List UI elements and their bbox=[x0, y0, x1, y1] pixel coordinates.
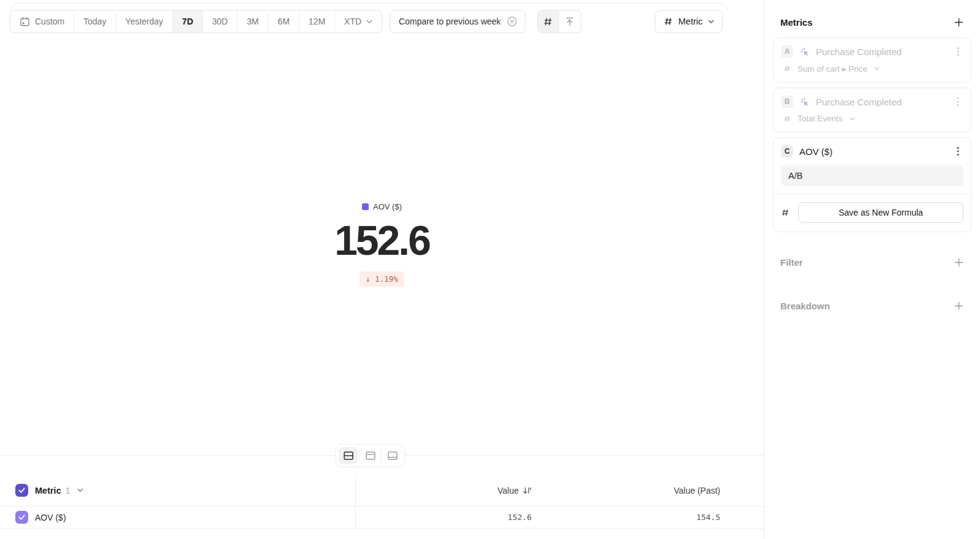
metric-measure-label: Total Events bbox=[797, 114, 843, 123]
metric-card-b: B Purchase Completed bbox=[773, 88, 971, 132]
main-area: Custom Today Yesterday 7D 30D 3M 6M 12M … bbox=[0, 0, 764, 539]
compare-chip-label: Compare to previous week bbox=[399, 17, 501, 26]
date-range-custom[interactable]: Custom bbox=[10, 10, 74, 32]
chevron-down-icon bbox=[874, 67, 880, 70]
insights-app: Custom Today Yesterday 7D 30D 3M 6M 12M … bbox=[0, 0, 980, 539]
metric-card-header: A Purchase Completed bbox=[781, 45, 963, 58]
legend-swatch bbox=[362, 203, 369, 210]
value-past-column-header[interactable]: Value (Past) bbox=[674, 486, 720, 496]
metric-type-button[interactable]: Metric bbox=[655, 10, 723, 33]
add-metric-button[interactable] bbox=[953, 17, 964, 28]
viz-number-button[interactable] bbox=[538, 10, 559, 32]
row-metric-name: AOV ($) bbox=[35, 513, 66, 522]
metric-type-label: Metric bbox=[679, 17, 703, 26]
kebab-icon bbox=[957, 146, 959, 156]
metric-count: 1 bbox=[66, 486, 70, 496]
metric-options-button[interactable] bbox=[952, 46, 963, 57]
date-range-yesterday[interactable]: Yesterday bbox=[116, 10, 173, 32]
chevron-down-icon bbox=[366, 20, 372, 24]
metric-event-name[interactable]: Purchase Completed bbox=[816, 97, 946, 107]
value-column-label: Value bbox=[497, 486, 519, 496]
row-value: 152.6 bbox=[508, 513, 532, 522]
metric-event-name[interactable]: Purchase Completed bbox=[816, 47, 946, 57]
formula-footer: Save as New Formula bbox=[774, 194, 971, 223]
viz-top-events-button[interactable] bbox=[559, 10, 581, 32]
layout-split-button[interactable] bbox=[339, 447, 358, 464]
date-range-30d[interactable]: 30D bbox=[203, 10, 238, 32]
kebab-icon bbox=[957, 47, 959, 56]
divider bbox=[359, 450, 360, 462]
add-filter-button[interactable] bbox=[953, 257, 964, 268]
metric-measure-label: Sum of cart ▸ Price bbox=[797, 64, 867, 74]
value-past-column-label: Value (Past) bbox=[674, 486, 720, 496]
filter-section-header: Filter bbox=[773, 257, 971, 268]
metrics-section-header: Metrics bbox=[773, 17, 971, 28]
breakdown-section-title: Breakdown bbox=[780, 301, 830, 311]
plus-icon bbox=[954, 258, 963, 267]
filter-section-title: Filter bbox=[780, 257, 803, 268]
row-checkbox[interactable] bbox=[15, 511, 28, 524]
query-builder-panel: Metrics A Purchase Completed bbox=[764, 0, 980, 539]
layout-split-icon bbox=[343, 450, 354, 461]
hash-icon bbox=[783, 65, 791, 72]
event-icon bbox=[799, 47, 810, 57]
arrow-to-top-icon bbox=[564, 16, 575, 27]
date-range-12m[interactable]: 12M bbox=[300, 10, 335, 32]
change-badge: ↓ 1.19% bbox=[360, 271, 404, 287]
metric-header-cell[interactable]: Metric 1 bbox=[15, 484, 354, 497]
big-number-chart: AOV ($) 152.6 ↓ 1.19% bbox=[0, 34, 764, 455]
divider bbox=[381, 450, 382, 462]
date-range-control: Custom Today Yesterday 7D 30D 3M 6M 12M … bbox=[10, 10, 382, 33]
table-header-row: Metric 1 Value Value (Pas bbox=[0, 475, 764, 507]
metric-options-button[interactable] bbox=[952, 96, 963, 107]
calendar-icon bbox=[20, 17, 30, 27]
chevron-down-icon bbox=[77, 488, 83, 492]
chevron-down-icon bbox=[850, 117, 855, 121]
remove-compare-icon[interactable] bbox=[507, 16, 518, 27]
big-number-value: 152.6 bbox=[334, 219, 429, 261]
metric-measure-row[interactable]: Sum of cart ▸ Price bbox=[781, 64, 963, 74]
chevron-down-icon bbox=[708, 20, 714, 24]
metric-card-a: A Purchase Completed bbox=[773, 37, 971, 83]
event-icon bbox=[799, 97, 810, 107]
layout-bottom-bar-icon bbox=[387, 450, 398, 461]
table-row: AOV ($) 152.6 154.5 bbox=[0, 507, 764, 529]
row-metric-cell: AOV ($) bbox=[15, 511, 354, 524]
date-range-3m[interactable]: 3M bbox=[238, 10, 268, 32]
metrics-section-title: Metrics bbox=[780, 17, 813, 28]
hash-icon bbox=[783, 115, 791, 123]
select-all-checkbox[interactable] bbox=[15, 484, 28, 497]
metric-measure-row[interactable]: Total Events bbox=[781, 114, 963, 123]
layout-table-only-button[interactable] bbox=[383, 447, 402, 464]
chart-legend: AOV ($) bbox=[362, 202, 402, 211]
value-column-header[interactable]: Value bbox=[497, 486, 532, 496]
metric-header-label: Metric bbox=[35, 486, 61, 496]
date-range-today[interactable]: Today bbox=[74, 10, 116, 32]
formula-input[interactable]: A/B bbox=[781, 165, 963, 186]
metric-options-button[interactable] bbox=[952, 146, 963, 157]
column-divider bbox=[355, 475, 356, 529]
breakdown-section-header: Breakdown bbox=[773, 300, 971, 311]
save-as-new-formula-button[interactable]: Save as New Formula bbox=[798, 202, 963, 223]
layout-chart-only-button[interactable] bbox=[361, 447, 380, 464]
hash-icon bbox=[781, 208, 790, 217]
plus-icon bbox=[954, 18, 963, 27]
metric-card-c: C AOV ($) A/B Save as New Formula bbox=[773, 137, 971, 232]
layout-toggle-group bbox=[336, 444, 405, 467]
date-range-label: Custom bbox=[35, 17, 64, 26]
compare-chip[interactable]: Compare to previous week bbox=[390, 10, 526, 33]
add-breakdown-button[interactable] bbox=[953, 300, 964, 311]
metric-card-header: B Purchase Completed bbox=[781, 96, 963, 108]
row-value-past: 154.5 bbox=[696, 513, 720, 522]
date-range-xtd[interactable]: XTD bbox=[335, 10, 382, 32]
date-range-7d[interactable]: 7D bbox=[173, 10, 203, 32]
formula-metric-name[interactable]: AOV ($) bbox=[799, 146, 946, 157]
check-icon bbox=[18, 486, 26, 494]
metric-letter-badge: B bbox=[781, 96, 793, 108]
plus-icon bbox=[954, 301, 963, 311]
date-range-6m[interactable]: 6M bbox=[268, 10, 299, 32]
toolbar: Custom Today Yesterday 7D 30D 3M 6M 12M … bbox=[10, 10, 764, 33]
hash-icon bbox=[543, 17, 553, 27]
metric-letter-badge: C bbox=[781, 145, 793, 157]
kebab-icon bbox=[957, 97, 959, 107]
